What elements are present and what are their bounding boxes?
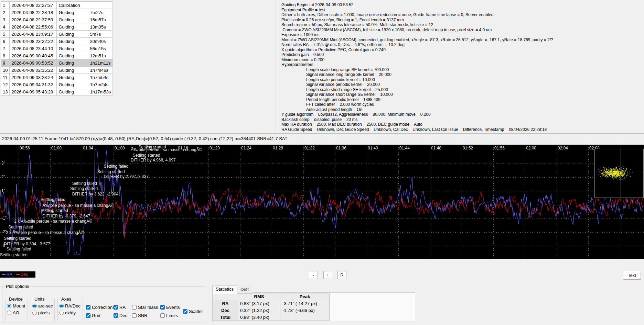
stats-peak-value bbox=[280, 314, 330, 321]
zoom-out-button[interactable]: - bbox=[309, 271, 318, 279]
tab-drift[interactable]: Drift bbox=[237, 286, 252, 294]
sessions-table: 12026-04-08 22:27:37Calibration22026-04-… bbox=[1, 1, 113, 96]
checkbox-input-star-mass[interactable] bbox=[132, 305, 137, 310]
checkbox-label: Events bbox=[166, 305, 180, 310]
session-info-panel: Guiding Begins at 2026-04-09 00:53:52Equ… bbox=[281, 2, 553, 132]
y-axis-tick-label: 1" bbox=[1, 188, 5, 193]
radio-input-ra-dec[interactable] bbox=[59, 304, 64, 308]
session-datetime: 2026-04-08 22:55:06 bbox=[10, 23, 57, 31]
radio-device-mount[interactable]: Mount bbox=[7, 303, 26, 309]
radio-axes-ra-dec[interactable]: RA/Dec bbox=[59, 303, 82, 309]
x-axis-tick-label: 01:36 bbox=[336, 146, 346, 150]
checkbox-dec[interactable]: Dec bbox=[113, 313, 127, 318]
session-row[interactable]: 72026-04-08 23:44:10Guiding56m15s bbox=[1, 45, 113, 52]
session-datetime: 2026-04-09 03:23:24 bbox=[10, 74, 57, 81]
checkbox-input-ra[interactable] bbox=[114, 305, 118, 310]
radio-axes-dx-dy[interactable]: dx/dy bbox=[59, 310, 82, 315]
session-info-line: Backlash comp = disabled, pulse = 20 ms bbox=[281, 117, 553, 122]
checkbox-input-limits[interactable] bbox=[160, 313, 165, 318]
checkbox-grid[interactable]: Grid bbox=[86, 313, 100, 318]
session-num: 3 bbox=[1, 16, 10, 23]
session-num: 2 bbox=[1, 9, 10, 16]
reset-zoom-button[interactable]: R bbox=[337, 271, 346, 279]
stats-row-label: Total bbox=[213, 314, 238, 321]
stats-row-label: RA bbox=[213, 300, 238, 307]
checkbox-events[interactable]: Events bbox=[160, 305, 180, 310]
radio-units-arc-sec[interactable]: arc-sec bbox=[32, 303, 53, 309]
guide-graph-canvas[interactable] bbox=[0, 145, 644, 259]
dec-line-icon bbox=[16, 274, 20, 275]
checkbox-ra[interactable]: RA bbox=[113, 305, 126, 310]
radio-device-ao[interactable]: AO bbox=[7, 310, 26, 315]
x-axis-tick-label: 01:32 bbox=[304, 146, 315, 150]
zoom-in-button[interactable]: + bbox=[323, 271, 332, 279]
radio-input-pixels[interactable] bbox=[32, 311, 37, 315]
statistics-tab-bar: StatisticsDrift bbox=[212, 285, 252, 294]
checkbox-input-grid[interactable] bbox=[86, 313, 90, 318]
legend-dec: Dec bbox=[16, 272, 28, 277]
chart-event-annotation: Settling started bbox=[97, 169, 125, 174]
session-info-line: RA Guide Speed = Unknown, Dec Guide Spee… bbox=[281, 127, 553, 132]
text-view-button[interactable]: Text bbox=[623, 271, 641, 280]
stats-col-header: RMS bbox=[238, 293, 280, 300]
chart-event-annotation: DITHER by 0.394, -3.577 bbox=[4, 242, 50, 246]
session-row[interactable]: 102026-04-09 02:15:22Guiding1h7m46s bbox=[1, 67, 113, 74]
chart-event-annotation: Ã‰toile perdue - sa masse a changÃ© bbox=[43, 203, 114, 208]
radio-input-ao[interactable] bbox=[7, 311, 11, 315]
checkbox-limits[interactable]: Limits bbox=[160, 313, 178, 318]
session-row[interactable]: 122026-04-09 04:31:32Guiding1h7m24s bbox=[1, 81, 113, 88]
session-datetime: 2026-04-08 23:22:22 bbox=[10, 38, 57, 45]
session-datetime: 2026-04-08 22:37:59 bbox=[10, 16, 57, 23]
session-row[interactable]: 132026-04-09 05:43:29Guiding1h17m53s bbox=[1, 88, 113, 96]
series-legend: RA Dec bbox=[0, 271, 35, 278]
radio-input-arc-sec[interactable] bbox=[32, 304, 37, 308]
session-info-line: Signal variance long range SE kernel = 2… bbox=[281, 72, 553, 77]
legend-ra-label: RA bbox=[7, 272, 12, 277]
session-info-line: Exposure = 1000 ms bbox=[281, 32, 553, 37]
checkbox-label: Star mass bbox=[138, 305, 158, 310]
session-row[interactable]: 52026-04-08 23:09:17Guiding5m7s bbox=[1, 31, 113, 38]
x-axis-tick-label: 01:48 bbox=[431, 146, 441, 150]
chart-event-annotation: Settling started bbox=[4, 236, 31, 241]
y-axis-tick-label: -1" bbox=[1, 216, 7, 221]
session-row[interactable]: 12026-04-08 22:27:37Calibration bbox=[1, 2, 113, 9]
session-datetime: 2026-04-09 00:40:45 bbox=[10, 52, 57, 59]
radio-units-pixels[interactable]: pixels bbox=[32, 310, 53, 315]
radio-input-dx-dy[interactable] bbox=[59, 311, 64, 315]
checkbox-corrections[interactable]: Corrections bbox=[86, 305, 115, 310]
session-type: Calibration bbox=[57, 2, 88, 9]
radio-label: dx/dy bbox=[65, 310, 76, 315]
stats-peak-value: -3.71" (-14.27 px) bbox=[280, 300, 330, 307]
chart-event-annotation: Settling started bbox=[133, 153, 160, 158]
checkbox-star-mass[interactable]: Star mass bbox=[132, 305, 158, 310]
session-row[interactable]: 42026-04-08 22:55:06Guiding13m35s bbox=[1, 23, 113, 31]
checkbox-input-events[interactable] bbox=[160, 305, 165, 310]
session-num: 5 bbox=[1, 31, 10, 38]
tab-statistics[interactable]: Statistics bbox=[212, 285, 237, 294]
session-row[interactable]: 92026-04-09 00:53:52Guiding1h21m11s bbox=[1, 59, 113, 67]
session-info-line: Hyperparameters bbox=[281, 62, 553, 67]
radio-input-mount[interactable] bbox=[7, 304, 11, 308]
checkbox-snr[interactable]: SNR bbox=[132, 313, 147, 318]
session-row[interactable]: 22026-04-08 22:28:18Guiding7m27s bbox=[1, 9, 113, 16]
checkbox-input-snr[interactable] bbox=[132, 313, 137, 318]
session-row[interactable]: 62026-04-08 23:22:22Guiding20m40s bbox=[1, 38, 113, 45]
session-duration: 1h7m54s bbox=[88, 74, 113, 81]
session-info-line: Auto-adjust period length = On bbox=[281, 107, 553, 112]
session-num: 6 bbox=[1, 38, 10, 45]
session-num: 8 bbox=[1, 52, 10, 59]
checkbox-input-dec[interactable] bbox=[114, 313, 118, 318]
session-row[interactable]: 82026-04-09 00:40:45Guiding12m51s bbox=[1, 52, 113, 59]
x-axis-tick-label: 01:20 bbox=[210, 146, 220, 150]
session-row[interactable]: 112026-04-09 03:23:24Guiding1h7m54s bbox=[1, 74, 113, 81]
session-row[interactable]: 32026-04-08 22:37:59Guiding16m57s bbox=[1, 16, 113, 23]
session-type: Guiding bbox=[57, 31, 88, 38]
session-info-line: Prediction gain = 0.500 bbox=[281, 52, 553, 57]
stats-col-header bbox=[213, 293, 238, 300]
session-type: Guiding bbox=[57, 74, 88, 81]
checkbox-scatter[interactable]: Scatter bbox=[183, 309, 203, 314]
checkbox-input-scatter[interactable] bbox=[183, 309, 187, 314]
session-type: Guiding bbox=[57, 38, 88, 45]
guide-graph[interactable]: 00:5601:0001:0401:0801:1201:1601:2001:24… bbox=[0, 145, 644, 259]
checkbox-input-corrections[interactable] bbox=[86, 305, 90, 310]
